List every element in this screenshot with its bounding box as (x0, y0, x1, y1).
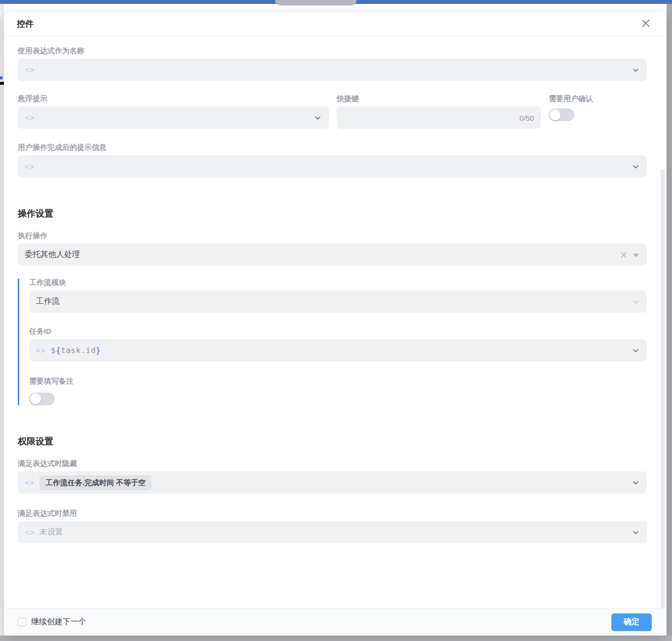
expression-name-input[interactable]: <> (18, 59, 647, 81)
hover-tip-input[interactable]: <> (18, 107, 329, 129)
expression-icon: <> (25, 528, 35, 537)
tip-shortcut-confirm-row: 悬浮提示 <> 快捷键 0/50 需要用户确认 (18, 95, 647, 129)
operation-section-heading: 操作设置 (18, 209, 647, 218)
chevron-down-icon (632, 529, 639, 536)
control-settings-dialog: 控件 使用表达式作为名称 <> 悬浮提示 <> (4, 12, 667, 636)
dialog-header: 控件 (4, 12, 667, 36)
char-counter: 0/50 (520, 113, 534, 122)
after-message-label: 用户操作完成后的提示信息 (18, 143, 647, 151)
expression-icon: <> (36, 346, 46, 355)
remark-toggle[interactable] (29, 392, 55, 405)
background-left-strip (0, 4, 4, 641)
task-id-expression: ${task.id} (51, 346, 101, 355)
chevron-down-icon (632, 347, 639, 354)
field-expression-name: 使用表达式作为名称 <> (18, 47, 647, 81)
toggle-knob (30, 393, 41, 404)
chevron-down-icon (314, 114, 321, 121)
disable-expression-label: 满足表达式时禁用 (18, 509, 647, 517)
close-button[interactable] (640, 18, 652, 30)
clear-icon[interactable] (620, 251, 627, 258)
caret-down-icon (633, 253, 639, 257)
background-bottom-strip (0, 636, 672, 641)
expression-name-label: 使用表达式作为名称 (18, 47, 647, 54)
user-confirm-toggle[interactable] (549, 108, 574, 121)
action-select-value: 委托其他人处理 (25, 249, 80, 260)
chevron-down-icon (632, 479, 639, 486)
expression-icon: <> (25, 113, 35, 122)
background-right-strip (667, 4, 672, 641)
hide-expression-input[interactable]: <> 工作流任务.完成时间 不等于空 (18, 471, 647, 494)
action-config-panel: 工作流模块 工作流 任务ID <> ${task.id} (18, 279, 647, 405)
after-message-input[interactable]: <> (18, 155, 647, 178)
background-canvas-line (0, 82, 4, 85)
expression-tag[interactable]: 工作流任务.完成时间 不等于空 (39, 475, 151, 490)
chevron-down-icon (632, 298, 639, 305)
hover-tip-label: 悬浮提示 (18, 95, 329, 102)
field-after-message: 用户操作完成后的提示信息 <> (18, 143, 647, 178)
shortcut-input[interactable]: 0/50 (337, 107, 541, 129)
background-tab-handle (275, 0, 356, 5)
continue-create-label: 继续创建下一个 (31, 617, 86, 627)
permission-section-heading: 权限设置 (18, 437, 647, 446)
field-user-confirm: 需要用户确认 (549, 95, 647, 129)
hide-expression-label: 满足表达式时隐藏 (18, 460, 647, 467)
disable-expression-input[interactable]: <> 未设置 (18, 521, 647, 543)
action-select[interactable]: 委托其他人处理 (18, 244, 647, 266)
task-id-input[interactable]: <> ${task.id} (29, 339, 647, 361)
field-disable-expression: 满足表达式时禁用 <> 未设置 (18, 509, 647, 543)
continue-create-checkbox[interactable] (18, 618, 26, 626)
expression-icon: <> (25, 478, 35, 487)
field-hover-tip: 悬浮提示 <> (18, 95, 329, 129)
confirm-button[interactable]: 确定 (611, 613, 652, 631)
toggle-knob (550, 109, 561, 120)
expression-icon: <> (25, 66, 35, 74)
field-shortcut: 快捷键 0/50 (337, 95, 541, 129)
expression-icon: <> (25, 162, 35, 171)
continue-create-checkbox-wrap[interactable]: 继续创建下一个 (18, 617, 86, 627)
field-hide-expression: 满足表达式时隐藏 <> 工作流任务.完成时间 不等于空 (18, 460, 647, 494)
user-confirm-label: 需要用户确认 (549, 95, 647, 102)
workflow-module-label: 工作流模块 (29, 279, 647, 286)
dialog-body: 使用表达式作为名称 <> 悬浮提示 <> 快捷键 (4, 36, 667, 608)
close-icon (641, 19, 650, 30)
remark-label: 需要填写备注 (29, 377, 647, 385)
disable-expression-placeholder: 未设置 (39, 527, 63, 537)
task-id-label: 任务ID (29, 327, 647, 335)
field-action: 执行操作 委托其他人处理 (18, 232, 647, 266)
dialog-footer: 继续创建下一个 确定 (4, 608, 667, 636)
action-label: 执行操作 (18, 232, 647, 239)
chevron-down-icon (632, 163, 639, 170)
workflow-module-select[interactable]: 工作流 (29, 290, 647, 313)
dialog-scrollbar[interactable] (661, 170, 665, 608)
field-remark: 需要填写备注 (29, 377, 647, 405)
field-task-id: 任务ID <> ${task.id} (29, 327, 647, 361)
chevron-down-icon (632, 66, 639, 73)
dialog-title: 控件 (17, 18, 34, 30)
background-canvas-mark (0, 76, 2, 79)
field-workflow-module: 工作流模块 工作流 (29, 279, 647, 313)
workflow-module-value: 工作流 (36, 296, 60, 307)
shortcut-label: 快捷键 (337, 95, 541, 102)
